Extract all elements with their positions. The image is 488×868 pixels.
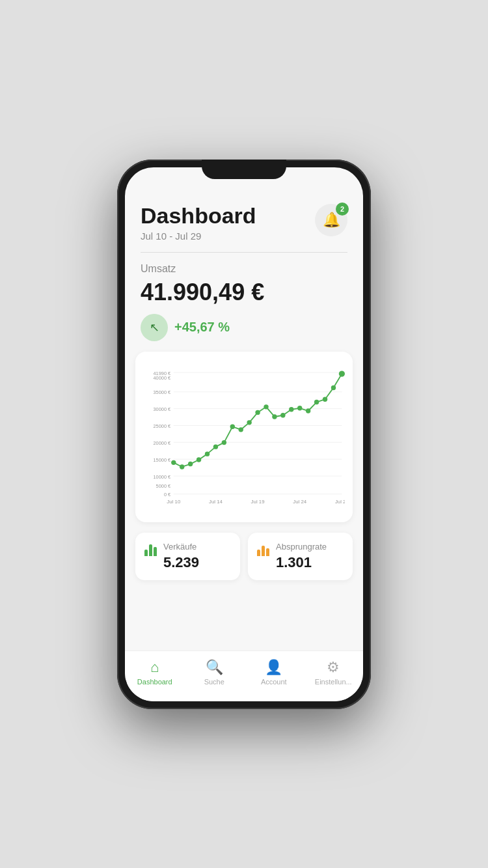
header: Dashboard Jul 10 - Jul 29 🔔 2 xyxy=(125,193,363,249)
umsatz-value: 41.990,49 € xyxy=(141,279,347,306)
svg-text:20000 €: 20000 € xyxy=(154,440,171,446)
svg-point-34 xyxy=(306,408,310,413)
verkaufe-value: 5.239 xyxy=(163,554,199,571)
svg-point-33 xyxy=(297,406,302,410)
header-divider xyxy=(141,252,347,253)
notch xyxy=(202,160,286,179)
nav-label-dashboard: Dashboard xyxy=(137,678,172,686)
svg-point-19 xyxy=(180,464,184,469)
verkaufe-icon xyxy=(144,542,157,556)
line-chart: 41990 € 40000 € 35000 € 30000 € 25000 € … xyxy=(141,362,345,512)
nav-item-suche[interactable]: 🔍 Suche xyxy=(185,656,245,688)
svg-point-35 xyxy=(314,400,319,404)
absprungrate-label: Absprungrate xyxy=(276,542,327,552)
svg-point-23 xyxy=(213,444,218,449)
nav-item-account[interactable]: 👤 Account xyxy=(244,656,304,688)
bottom-cards: Verkäufe 5.239 Absprungrate 1.301 xyxy=(125,533,363,591)
page-title: Dashboard xyxy=(141,204,256,228)
person-icon: 👤 xyxy=(265,659,282,676)
notification-badge: 2 xyxy=(336,203,349,216)
svg-point-25 xyxy=(230,424,235,428)
phone-frame: Dashboard Jul 10 - Jul 29 🔔 2 Umsatz 41.… xyxy=(117,160,371,709)
svg-point-37 xyxy=(331,385,336,390)
bottom-nav: ⌂ Dashboard 🔍 Suche 👤 Account ⚙ Einstell… xyxy=(125,651,363,701)
trend-icon-circle: ↖ xyxy=(141,314,168,341)
absprungrate-info: Absprungrate 1.301 xyxy=(276,542,327,571)
stat-card-verkaufe: Verkäufe 5.239 xyxy=(135,533,240,580)
svg-text:15000 €: 15000 € xyxy=(154,457,171,463)
svg-point-32 xyxy=(289,407,293,412)
svg-text:Jul 19: Jul 19 xyxy=(251,499,265,505)
header-text: Dashboard Jul 10 - Jul 29 xyxy=(141,204,256,242)
svg-text:Jul 14: Jul 14 xyxy=(209,499,223,505)
phone-screen: Dashboard Jul 10 - Jul 29 🔔 2 Umsatz 41.… xyxy=(125,167,363,701)
svg-text:Jul 24: Jul 24 xyxy=(293,499,307,505)
svg-point-21 xyxy=(197,457,201,462)
svg-point-30 xyxy=(272,414,277,419)
stats-section: Umsatz 41.990,49 € ↖ +45,67 % xyxy=(125,263,363,352)
svg-text:35000 €: 35000 € xyxy=(154,389,171,395)
svg-text:10000 €: 10000 € xyxy=(154,474,171,480)
nav-item-einstellungen[interactable]: ⚙ Einstellun... xyxy=(304,656,364,688)
svg-point-36 xyxy=(323,397,327,401)
svg-text:40000 €: 40000 € xyxy=(154,375,171,381)
trend-up-icon: ↖ xyxy=(150,320,159,335)
svg-point-29 xyxy=(264,404,268,409)
svg-point-18 xyxy=(171,460,176,465)
nav-label-account: Account xyxy=(261,678,287,686)
search-icon: 🔍 xyxy=(206,659,223,676)
svg-point-20 xyxy=(188,462,193,466)
svg-point-27 xyxy=(247,420,251,425)
verkaufe-info: Verkäufe 5.239 xyxy=(163,542,199,571)
svg-point-38 xyxy=(339,371,345,376)
svg-text:Jul 10: Jul 10 xyxy=(167,499,181,505)
svg-point-31 xyxy=(280,413,285,417)
svg-text:25000 €: 25000 € xyxy=(154,423,171,429)
svg-text:0 €: 0 € xyxy=(164,492,170,497)
svg-text:Jul 29: Jul 29 xyxy=(335,499,345,505)
date-range: Jul 10 - Jul 29 xyxy=(141,231,256,242)
absprungrate-value: 1.301 xyxy=(276,554,327,571)
svg-point-22 xyxy=(205,451,210,456)
gear-icon: ⚙ xyxy=(327,659,340,676)
svg-point-24 xyxy=(222,440,226,445)
stat-card-absprungrate: Absprungrate 1.301 xyxy=(248,533,353,580)
nav-item-dashboard[interactable]: ⌂ Dashboard xyxy=(125,656,185,688)
notification-button[interactable]: 🔔 2 xyxy=(315,204,347,236)
nav-label-einstellungen: Einstellun... xyxy=(315,678,352,686)
svg-point-26 xyxy=(239,427,243,432)
content-area: Dashboard Jul 10 - Jul 29 🔔 2 Umsatz 41.… xyxy=(125,167,363,651)
home-icon: ⌂ xyxy=(150,659,159,676)
absprungrate-icon xyxy=(257,542,269,556)
chart-container: 41990 € 40000 € 35000 € 30000 € 25000 € … xyxy=(135,352,353,522)
svg-text:30000 €: 30000 € xyxy=(154,406,171,412)
nav-label-suche: Suche xyxy=(204,678,224,686)
verkaufe-label: Verkäufe xyxy=(163,542,199,552)
umsatz-label: Umsatz xyxy=(141,263,347,275)
svg-point-28 xyxy=(255,410,260,415)
trend-percent: +45,67 % xyxy=(174,320,230,335)
trend-badge: ↖ +45,67 % xyxy=(141,314,230,341)
svg-text:5000 €: 5000 € xyxy=(156,483,171,489)
